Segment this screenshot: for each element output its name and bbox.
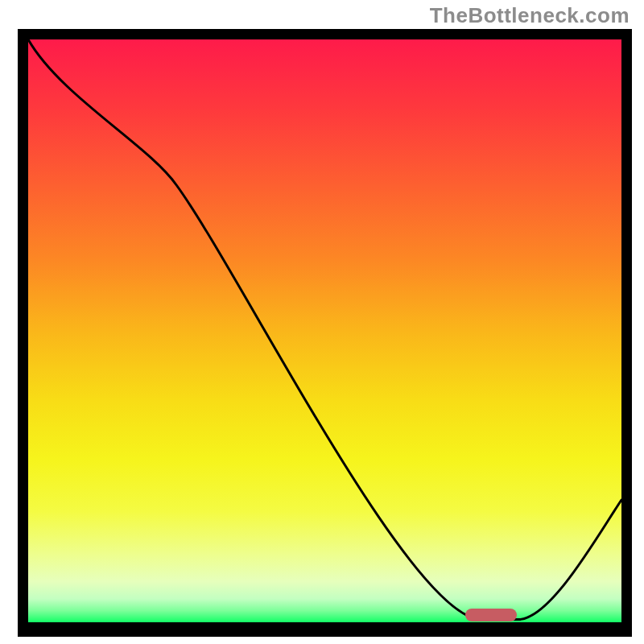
chart-container: TheBottleneck.com [0, 0, 644, 644]
watermark-text: TheBottleneck.com [430, 3, 630, 28]
chart-frame [18, 29, 632, 637]
optimal-range-marker [465, 609, 517, 621]
bottleneck-curve [28, 39, 621, 622]
